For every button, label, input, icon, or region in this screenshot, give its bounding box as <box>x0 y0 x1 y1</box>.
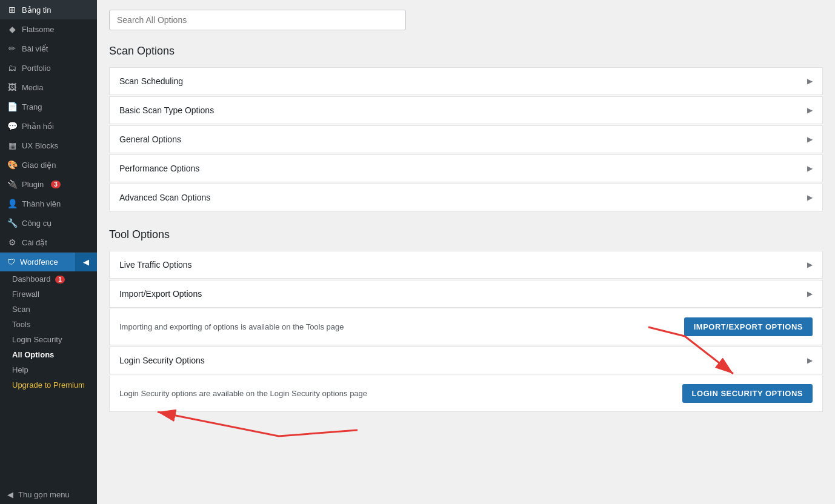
users-icon: 👤 <box>7 199 17 208</box>
chevron-right-icon-login: ▶ <box>807 356 813 365</box>
submenu-all-options[interactable]: All Options <box>0 347 97 362</box>
option-row-basic-scan-type[interactable]: Basic Scan Type Options ▶ <box>109 96 823 124</box>
option-row-performance-options[interactable]: Performance Options ▶ <box>109 154 823 182</box>
collapse-menu-item[interactable]: ◀ Thu gọn menu <box>0 483 97 504</box>
submenu-dashboard[interactable]: Dashboard 1 <box>0 271 97 287</box>
chevron-right-icon-4: ▶ <box>807 193 813 202</box>
sidebar-item-giao-dien[interactable]: 🎨 Giao diện <box>0 155 97 174</box>
upgrade-label: Upgrade to Premium <box>12 380 85 390</box>
chevron-right-icon-1: ▶ <box>807 106 813 114</box>
sidebar-label-thanh-vien: Thành viên <box>22 199 61 208</box>
login-security-expanded: Login Security options are available on … <box>109 376 823 412</box>
submenu-scan[interactable]: Scan <box>0 302 97 317</box>
settings-icon: ⚙ <box>7 237 17 247</box>
import-export-label: Import/Export Options <box>119 289 202 299</box>
advanced-scan-label: Advanced Scan Options <box>119 193 210 202</box>
sidebar-item-portfolio[interactable]: 🗂 Portfolio <box>0 58 97 78</box>
sidebar-item-flatsome[interactable]: ◆ Flatsome <box>0 19 97 39</box>
sidebar-item-bang-tin[interactable]: ⊞ Bảng tin <box>0 0 97 19</box>
search-input[interactable] <box>109 10 406 30</box>
comment-icon: 💬 <box>7 121 17 131</box>
sidebar-label-giao-dien: Giao diện <box>22 161 56 170</box>
option-row-advanced-scan[interactable]: Advanced Scan Options ▶ <box>109 184 823 211</box>
sidebar-label-phan-hoi: Phản hồi <box>22 122 54 131</box>
sidebar-item-trang[interactable]: 📄 Trang <box>0 97 97 116</box>
submenu-login-security[interactable]: Login Security <box>0 332 97 347</box>
sidebar-label-portfolio: Portfolio <box>22 64 51 73</box>
sidebar-item-phan-hoi[interactable]: 💬 Phản hồi <box>0 116 97 136</box>
sidebar-item-bai-viet[interactable]: ✏ Bài viết <box>0 39 97 58</box>
import-export-button[interactable]: IMPORT/EXPORT OPTIONS <box>684 317 813 336</box>
sidebar-item-thanh-vien[interactable]: 👤 Thành viên <box>0 194 97 213</box>
sidebar: ⊞ Bảng tin ◆ Flatsome ✏ Bài viết 🗂 Portf… <box>0 0 97 504</box>
portfolio-icon: 🗂 <box>7 63 17 73</box>
sidebar-item-cai-dat[interactable]: ⚙ Cài đặt <box>0 233 97 252</box>
scan-options-section: Scan Options Scan Scheduling ▶ Basic Sca… <box>109 42 823 211</box>
option-row-scan-scheduling[interactable]: Scan Scheduling ▶ <box>109 67 823 95</box>
tool-options-section: Tool Options Live Traffic Options ▶ Impo… <box>109 226 823 412</box>
import-export-expanded-inner: Importing and exporting of options is av… <box>110 309 822 345</box>
submenu-tools[interactable]: Tools <box>0 317 97 332</box>
sidebar-item-cong-cu[interactable]: 🔧 Công cụ <box>0 213 97 233</box>
wordfence-label: Wordfence <box>20 257 58 267</box>
main-content: Scan Options Scan Scheduling ▶ Basic Sca… <box>97 0 835 504</box>
help-label: Help <box>12 365 28 374</box>
dashboard-label: Dashboard <box>12 274 51 284</box>
import-export-expanded: Importing and exporting of options is av… <box>109 309 823 345</box>
chevron-right-icon-2: ▶ <box>807 135 813 144</box>
all-options-label: All Options <box>12 350 54 359</box>
submenu-firewall[interactable]: Firewall <box>0 287 97 302</box>
wordfence-collapse-arrow[interactable]: ◀ <box>75 253 97 271</box>
collapse-icon: ◀ <box>7 490 13 499</box>
plugin-badge: 3 <box>51 181 61 188</box>
dashboard-badge: 1 <box>55 276 65 284</box>
login-security-options-button[interactable]: LOGIN SECURITY OPTIONS <box>682 384 813 403</box>
theme-icon: 🎨 <box>7 160 17 170</box>
basic-scan-type-label: Basic Scan Type Options <box>119 105 214 115</box>
sidebar-label-ux-blocks: UX Blocks <box>22 141 58 150</box>
submenu-upgrade[interactable]: Upgrade to Premium <box>0 377 97 394</box>
login-security-expanded-inner: Login Security options are available on … <box>110 376 822 411</box>
import-export-text: Importing and exporting of options is av… <box>119 322 344 331</box>
login-security-options-text: Login Security options are available on … <box>119 389 367 398</box>
sidebar-label-bang-tin: Bảng tin <box>22 5 51 15</box>
scan-options-title: Scan Options <box>109 42 823 60</box>
sidebar-label-bai-viet: Bài viết <box>22 44 48 53</box>
sidebar-label-cai-dat: Cài đặt <box>22 238 47 247</box>
login-security-options-label: Login Security Options <box>119 356 205 365</box>
tool-options-title: Tool Options <box>109 226 823 244</box>
media-icon: 🖼 <box>7 82 17 92</box>
chevron-right-icon-3: ▶ <box>807 164 813 173</box>
firewall-label: Firewall <box>12 290 39 299</box>
live-traffic-label: Live Traffic Options <box>119 260 192 270</box>
flatsome-icon: ◆ <box>7 24 17 34</box>
scan-scheduling-label: Scan Scheduling <box>119 76 183 86</box>
tools-icon: 🔧 <box>7 218 17 228</box>
performance-options-label: Performance Options <box>119 164 199 173</box>
sidebar-item-media[interactable]: 🖼 Media <box>0 78 97 97</box>
wordfence-section: 🛡 Wordfence ◀ Dashboard 1 Firewall Scan … <box>0 252 97 394</box>
option-row-login-security-options[interactable]: Login Security Options ▶ <box>109 346 823 374</box>
chevron-right-icon-import: ▶ <box>807 290 813 298</box>
sidebar-label-plugin: Plugin <box>22 180 44 189</box>
dashboard-icon: ⊞ <box>7 5 17 15</box>
option-row-live-traffic[interactable]: Live Traffic Options ▶ <box>109 251 823 279</box>
login-security-label: Login Security <box>12 335 62 344</box>
tools-submenu-label: Tools <box>12 320 30 329</box>
sidebar-label-cong-cu: Công cụ <box>22 219 52 228</box>
page-icon: 📄 <box>7 102 17 111</box>
wordfence-header[interactable]: 🛡 Wordfence ◀ <box>0 253 97 271</box>
submenu-help[interactable]: Help <box>0 362 97 377</box>
sidebar-label-flatsome: Flatsome <box>22 25 54 34</box>
blocks-icon: ▦ <box>7 141 17 150</box>
sidebar-item-plugin[interactable]: 🔌 Plugin 3 <box>0 174 97 194</box>
collapse-label: Thu gọn menu <box>18 490 70 499</box>
scan-label: Scan <box>12 305 30 314</box>
edit-icon: ✏ <box>7 44 17 53</box>
option-row-general-options[interactable]: General Options ▶ <box>109 125 823 153</box>
search-container <box>109 10 823 30</box>
option-row-import-export[interactable]: Import/Export Options ▶ <box>109 280 823 308</box>
chevron-right-icon-0: ▶ <box>807 77 813 85</box>
sidebar-label-trang: Trang <box>22 102 42 111</box>
sidebar-item-ux-blocks[interactable]: ▦ UX Blocks <box>0 136 97 155</box>
